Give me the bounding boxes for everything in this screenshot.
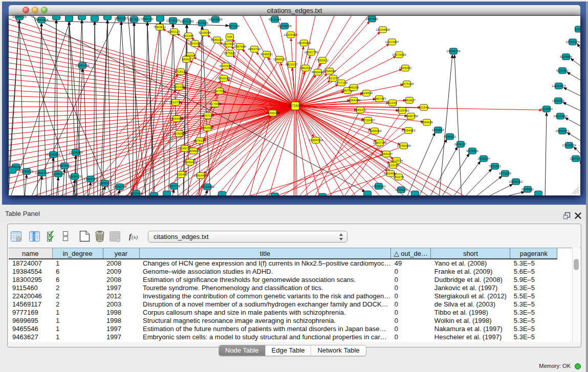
svg-text:10973493: 10973493 <box>392 53 406 56</box>
svg-text:9463627: 9463627 <box>403 98 416 102</box>
svg-text:15720407: 15720407 <box>361 118 375 122</box>
svg-text:1145194: 1145194 <box>52 172 64 176</box>
svg-text:20691406: 20691406 <box>34 18 49 21</box>
svg-text:3624554: 3624554 <box>360 91 373 95</box>
svg-text:8813054: 8813054 <box>269 17 281 21</box>
svg-text:252274: 252274 <box>394 175 404 179</box>
svg-text:(x): (x) <box>132 234 138 240</box>
svg-text:7632621: 7632621 <box>489 164 502 168</box>
svg-text:16975887: 16975887 <box>57 164 72 167</box>
svg-text:546: 546 <box>227 35 233 38</box>
svg-text:16961755: 16961755 <box>304 50 318 54</box>
svg-text:1362615: 1362615 <box>299 66 312 70</box>
svg-text:2718126: 2718126 <box>175 70 187 73</box>
svg-text:16648784: 16648784 <box>446 49 461 53</box>
svg-text:17957225: 17957225 <box>83 177 98 181</box>
svg-text:1621072: 1621072 <box>327 76 340 80</box>
svg-text:10688609: 10688609 <box>367 129 382 133</box>
svg-text:2935114: 2935114 <box>477 157 490 160</box>
svg-text:811546: 811546 <box>419 105 429 109</box>
svg-text:9327508: 9327508 <box>223 42 235 46</box>
svg-text:15716485: 15716485 <box>200 185 214 188</box>
svg-text:14136141: 14136141 <box>372 184 386 188</box>
svg-text:20364436: 20364436 <box>346 98 361 102</box>
svg-text:2687682: 2687682 <box>366 17 379 20</box>
svg-text:15640910: 15640910 <box>297 41 311 45</box>
svg-text:15692971: 15692971 <box>555 129 570 133</box>
svg-text:1612074: 1612074 <box>390 159 403 162</box>
svg-text:746266: 746266 <box>349 85 359 89</box>
svg-text:9129966: 9129966 <box>560 55 573 58</box>
svg-text:8322037: 8322037 <box>286 62 298 66</box>
svg-text:9474444: 9474444 <box>466 149 479 152</box>
svg-text:15751074: 15751074 <box>565 40 580 43</box>
svg-text:817006: 817006 <box>210 102 221 105</box>
svg-text:8186323: 8186323 <box>211 38 224 41</box>
svg-text:17359924: 17359924 <box>69 150 83 154</box>
svg-text:5938923: 5938923 <box>444 135 456 138</box>
svg-text:1010755: 1010755 <box>169 100 182 104</box>
svg-text:1640954: 1640954 <box>432 128 445 132</box>
svg-text:9146821: 9146821 <box>260 52 273 56</box>
svg-text:9699695: 9699695 <box>421 120 433 124</box>
svg-text:20053346: 20053346 <box>75 63 90 67</box>
svg-text:8960125: 8960125 <box>168 30 181 33</box>
svg-text:6479197: 6479197 <box>454 142 467 146</box>
svg-text:8267115: 8267115 <box>202 114 214 117</box>
svg-text:11156829: 11156829 <box>20 169 34 173</box>
svg-text:9227342: 9227342 <box>556 69 569 72</box>
svg-text:19384554: 19384554 <box>309 138 323 142</box>
svg-text:9857771: 9857771 <box>168 184 181 188</box>
svg-text:10958107: 10958107 <box>98 181 112 185</box>
svg-text:16033809: 16033809 <box>208 17 223 21</box>
svg-text:18724007: 18724007 <box>288 104 303 107</box>
svg-text:16099489: 16099489 <box>183 160 197 164</box>
svg-text:19654985: 19654985 <box>169 117 184 120</box>
svg-text:19166829: 19166829 <box>172 132 186 135</box>
svg-text:1588520: 1588520 <box>273 57 286 61</box>
svg-text:1615112: 1615112 <box>387 163 399 167</box>
svg-text:16154808: 16154808 <box>376 28 390 31</box>
svg-text:12505135: 12505135 <box>68 174 82 178</box>
svg-text:8471676: 8471676 <box>499 171 512 175</box>
svg-text:7986372: 7986372 <box>354 108 367 112</box>
svg-text:8427552: 8427552 <box>213 89 226 93</box>
svg-text:7485063: 7485063 <box>399 66 412 70</box>
svg-text:15495768: 15495768 <box>404 114 418 118</box>
svg-text:7625402: 7625402 <box>175 172 188 176</box>
svg-text:10719165: 10719165 <box>166 18 180 22</box>
svg-text:11124: 11124 <box>575 27 580 31</box>
svg-text:98961: 98961 <box>182 57 191 61</box>
svg-text:8454749: 8454749 <box>248 47 261 51</box>
svg-text:12975125: 12975125 <box>400 82 414 85</box>
svg-text:7955812: 7955812 <box>316 58 329 62</box>
svg-text:9084067: 9084067 <box>380 152 393 156</box>
svg-text:19756928: 19756928 <box>397 144 411 147</box>
svg-text:12213967: 12213967 <box>385 40 399 43</box>
svg-text:10025433: 10025433 <box>395 108 409 112</box>
svg-text:16210643: 16210643 <box>553 114 568 118</box>
svg-text:1733426: 1733426 <box>395 188 408 191</box>
svg-text:19218506: 19218506 <box>277 24 292 28</box>
svg-text:12942717: 12942717 <box>35 171 49 174</box>
svg-text:10654112: 10654112 <box>509 180 523 183</box>
svg-text:16782759: 16782759 <box>113 185 127 188</box>
svg-text:9777169: 9777169 <box>335 81 348 84</box>
svg-text:13325419: 13325419 <box>284 33 298 36</box>
svg-text:12213369: 12213369 <box>172 85 186 89</box>
svg-text:17654923: 17654923 <box>401 128 416 132</box>
svg-text:9245652: 9245652 <box>521 187 534 191</box>
svg-text:16543382: 16543382 <box>188 41 202 45</box>
svg-text:20206556: 20206556 <box>46 152 60 156</box>
svg-text:1167534: 1167534 <box>570 157 580 160</box>
svg-text:3875685: 3875685 <box>224 51 236 55</box>
svg-text:1527602: 1527602 <box>128 17 141 21</box>
svg-text:8990443: 8990443 <box>312 70 324 74</box>
svg-text:12093873: 12093873 <box>552 84 566 87</box>
svg-text:18807249: 18807249 <box>373 141 387 144</box>
svg-text:7663822: 7663822 <box>154 25 166 29</box>
svg-text:7515526: 7515526 <box>196 21 209 25</box>
svg-text:8678334: 8678334 <box>193 139 206 142</box>
svg-text:2867608: 2867608 <box>234 45 247 48</box>
svg-text:7857224: 7857224 <box>227 24 240 28</box>
